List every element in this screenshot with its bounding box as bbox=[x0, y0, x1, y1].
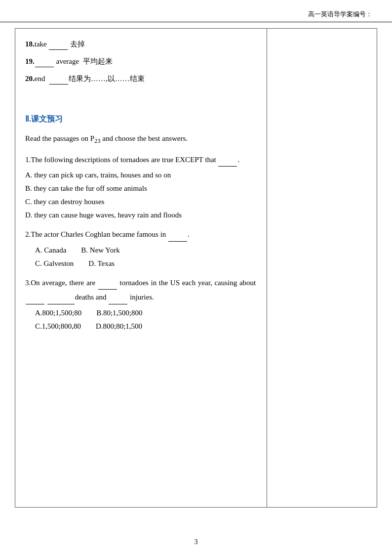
q1-blank bbox=[218, 152, 237, 167]
page-number: 3 bbox=[0, 538, 392, 546]
left-panel: 18.take 去掉 19. average 平均起来 20.end 结果为……… bbox=[15, 29, 267, 507]
vocab-blank-20 bbox=[49, 72, 68, 85]
q1-optionB: B. they can take the fur off some animal… bbox=[25, 182, 258, 195]
vocab-num-19: 19. bbox=[25, 57, 35, 65]
q3-options-row2: C.1,500;800,80 D.800;80;1,500 bbox=[35, 320, 258, 333]
vocab-blank-19 bbox=[35, 55, 54, 67]
q1-optionD: D. they can cause huge waves, heavy rain… bbox=[25, 209, 258, 222]
q2-blank bbox=[168, 227, 187, 242]
question-2: 2.The actor Charles Coghlan became famou… bbox=[25, 227, 258, 270]
section2-body: Read the passages on P23 and choose the … bbox=[25, 131, 258, 333]
q2-optionB: B. New York bbox=[81, 244, 119, 257]
question-1: 1.The following descriptions of tornadoe… bbox=[25, 152, 258, 222]
q1-optionA: A. they can pick up cars, trains, houses… bbox=[25, 169, 258, 182]
passage-intro: Read the passages on P23 and choose the … bbox=[25, 131, 258, 147]
question-3-text: 3.On average, there are tornadoes in the… bbox=[25, 275, 258, 304]
vocab-word-19: average bbox=[56, 57, 79, 65]
right-panel bbox=[267, 29, 377, 507]
vocab-chinese-18: 去掉 bbox=[70, 40, 85, 48]
question-2-text: 2.The actor Charles Coghlan became famou… bbox=[25, 227, 258, 242]
header: 高一英语导学案编号： bbox=[0, 10, 392, 22]
q3-optionA: A.800;1,500;80 bbox=[35, 306, 81, 320]
q3-optionD: D.800;80;1,500 bbox=[96, 320, 142, 333]
vocab-num-18: 18. bbox=[25, 40, 35, 48]
section2-title: Ⅱ.课文预习 bbox=[25, 114, 258, 125]
q2-optionD: D. Texas bbox=[88, 257, 115, 270]
vocab-item-19: 19. average 平均起来 bbox=[25, 55, 258, 67]
q2-optionC: C. Galveston bbox=[35, 257, 74, 270]
q3-options-row1: A.800;1,500;80 B.80;1,500;800 bbox=[35, 306, 258, 320]
vocab-num-20: 20. bbox=[25, 75, 35, 83]
question-1-text: 1.The following descriptions of tornadoe… bbox=[25, 152, 258, 167]
q3-blank1 bbox=[98, 275, 117, 290]
q3-optionC: C.1,500;800,80 bbox=[35, 320, 81, 333]
main-content: 18.take 去掉 19. average 平均起来 20.end 结果为……… bbox=[15, 28, 377, 508]
vocab-chinese-19: 平均起来 bbox=[83, 57, 113, 65]
q2-optionA: A. Canada bbox=[35, 244, 66, 257]
vocab-word-20: end bbox=[35, 75, 45, 83]
vocab-item-20: 20.end 结果为……,以……结束 bbox=[25, 72, 258, 85]
question-3: 3.On average, there are tornadoes in the… bbox=[25, 275, 258, 333]
page: 高一英语导学案编号： 18.take 去掉 19. average 平均起来 2… bbox=[0, 0, 392, 555]
vocab-chinese-20: 结果为……,以……结束 bbox=[69, 75, 145, 83]
q3-blank4 bbox=[109, 290, 127, 304]
q3-blank3 bbox=[47, 290, 75, 304]
q3-blank2 bbox=[26, 290, 44, 304]
header-label: 高一英语导学案编号： bbox=[308, 10, 372, 19]
vocab-word-18: take bbox=[35, 40, 47, 48]
vocab-blank-18 bbox=[49, 38, 68, 50]
q2-options-row1: A. Canada B. New York bbox=[35, 244, 258, 257]
q2-options-row2: C. Galveston D. Texas bbox=[35, 257, 258, 270]
q1-optionC: C. they can destroy houses bbox=[25, 195, 258, 209]
q3-optionB: B.80;1,500;800 bbox=[96, 306, 142, 320]
vocab-item-18: 18.take 去掉 bbox=[25, 38, 258, 50]
